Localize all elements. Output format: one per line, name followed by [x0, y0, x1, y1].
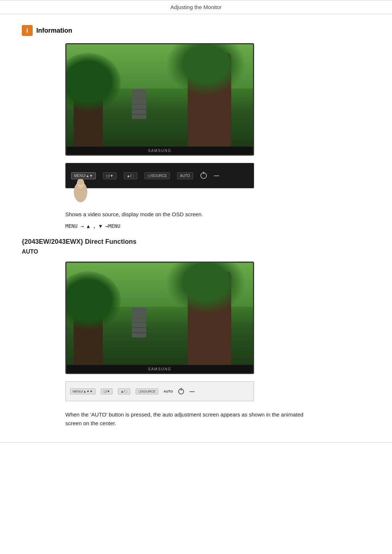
ctrl2-auto-btn: AUTO	[164, 390, 173, 393]
info-icon: i	[22, 25, 33, 36]
pagoda	[132, 89, 146, 133]
tree-left-2	[74, 300, 103, 373]
auto-subtitle: AUTO	[22, 249, 370, 255]
ctrl2-display-btn: ◻/▼	[101, 389, 113, 394]
control-bar-wrapper-1: MENU/▲▼ ◻/▼ ▲/◌ ◻/SOURCE AUTO —	[65, 163, 370, 188]
ctrl-power-btn	[200, 172, 207, 179]
samsung-text-2: SAMSUNG	[148, 367, 172, 371]
control-bar-1: MENU/▲▼ ◻/▼ ▲/◌ ◻/SOURCE AUTO —	[65, 163, 254, 188]
page-header: Adjusting the Monitor	[0, 0, 392, 14]
page-title: Adjusting the Monitor	[171, 4, 222, 10]
samsung-logo-bar-1: SAMSUNG	[66, 147, 253, 155]
menu-path-text: MENU → ▲ , ▼ →MENU	[65, 223, 370, 229]
ctrl2-source-btn: ◻/SOURCE	[136, 389, 158, 394]
ctrl-menu-btn: MENU/▲▼	[71, 172, 96, 179]
information-title: Information	[36, 27, 72, 34]
tree-large	[188, 53, 231, 155]
finger-cursor-1	[71, 179, 91, 208]
direct-functions-title: {2043EW/2043EWX} Direct Functions	[22, 238, 370, 246]
ctrl-auto-btn: AUTO	[177, 172, 193, 179]
control-bar-wrapper-2: MENU/▲▼▼ ◻/▼ ▲/◌ ◻/SOURCE AUTO —	[65, 381, 370, 401]
samsung-logo-bar-2: SAMSUNG	[66, 365, 253, 373]
control-bar-2: MENU/▲▼▼ ◻/▼ ▲/◌ ◻/SOURCE AUTO —	[65, 381, 254, 401]
pagoda-2	[132, 308, 146, 351]
ctrl2-minus-btn: —	[189, 389, 195, 394]
ctrl2-up-btn: ▲/◌	[118, 389, 130, 394]
information-section-header: i Information	[22, 25, 370, 36]
monitor-screenshot-2: SAMSUNG	[65, 262, 254, 374]
finger-svg-1	[71, 179, 91, 206]
monitor-image-wrapper-2: SAMSUNG	[65, 262, 370, 374]
ctrl2-menu-btn: MENU/▲▼▼	[70, 389, 95, 394]
auto-description-text: When the 'AUTO' button is pressed, the a…	[65, 410, 319, 428]
garden-scene-1: SAMSUNG	[66, 44, 253, 155]
ctrl-display-btn: ◻/▼	[103, 172, 117, 179]
description-text: Shows a video source, display mode on th…	[65, 210, 370, 219]
garden-scene-2: SAMSUNG	[66, 263, 253, 373]
ctrl-minus-btn: —	[214, 173, 219, 178]
page-footer	[0, 442, 392, 443]
tree-left	[74, 82, 103, 155]
samsung-text-1: SAMSUNG	[148, 149, 172, 153]
ctrl-source-btn: ◻/SOURCE	[144, 172, 170, 179]
monitor-screenshot-1: SAMSUNG	[65, 43, 254, 156]
monitor-image-wrapper-1: SAMSUNG	[65, 43, 370, 156]
ctrl2-power-btn	[178, 389, 184, 394]
ctrl-up-btn: ▲/◌	[124, 172, 138, 179]
content-area: i Information SAMSUNG	[0, 25, 392, 428]
tree-large-2	[188, 271, 231, 373]
